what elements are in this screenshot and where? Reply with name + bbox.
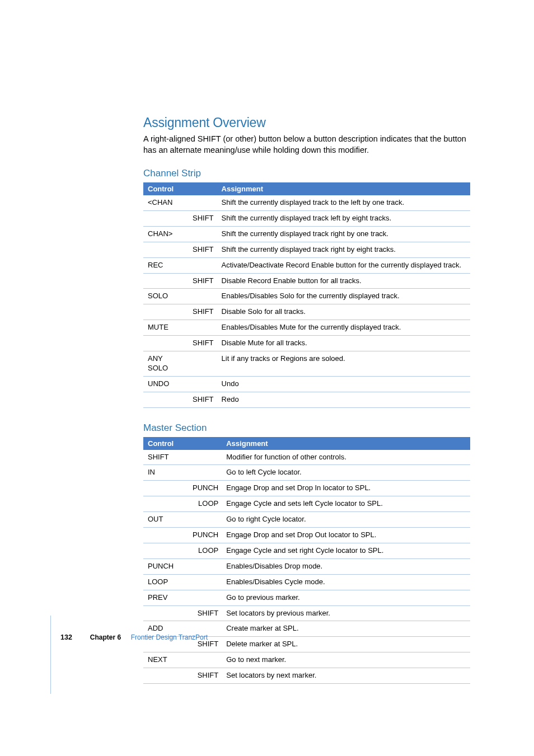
modifier-cell [188,320,217,336]
control-cell [143,392,188,407]
assignment-cell: Enables/Disables Drop mode. [222,558,470,574]
control-cell [143,668,188,684]
assignment-cell: Activate/Deactivate Record Enable button… [217,257,470,273]
modifier-cell: SHIFT [188,336,217,351]
table-row: PREVGo to previous marker. [143,590,470,605]
chapter-number: Chapter 6 [90,633,121,641]
assignment-cell: Go to next marker. [222,652,470,668]
table-row: SHIFTModifier for function of other cont… [143,450,470,465]
assignment-cell: Shift the currently displayed track left… [217,211,470,227]
chapter-title: Frontier Design TranzPort [131,633,208,641]
control-cell: PUNCH [143,558,188,574]
modifier-cell [188,465,222,481]
modifier-cell: SHIFT [188,273,217,289]
assignment-cell: Engage Drop and set Drop Out locator to … [222,528,470,543]
modifier-cell: SHIFT [188,392,217,407]
modifier-cell: LOOP [188,496,222,512]
control-cell [143,496,188,512]
table-row: SOLOEnables/Disables Solo for the curren… [143,289,470,304]
control-cell [143,242,188,257]
table-row: PUNCHEngage Drop and set Drop Out locato… [143,528,470,543]
assignment-cell: Go to previous marker. [222,590,470,605]
intro-text: A right-aligned SHIFT (or other) button … [143,134,470,156]
assignment-cell: Undo [217,376,470,392]
table-row: ANY SOLOLit if any tracks or Regions are… [143,351,470,377]
modifier-cell: LOOP [188,543,222,558]
table-row: RECActivate/Deactivate Record Enable but… [143,257,470,273]
modifier-cell [188,376,217,392]
modifier-cell: SHIFT [188,242,217,257]
table-row: SHIFTRedo [143,392,470,407]
table-row: MUTEEnables/Disables Mute for the curren… [143,320,470,336]
table-row: UNDOUndo [143,376,470,392]
modifier-cell [188,512,222,528]
modifier-cell: SHIFT [188,605,222,621]
footer: 132 Chapter 6 Frontier Design TranzPort [60,633,208,641]
channel-strip-tbody: <CHANShift the currently displayed track… [143,195,470,407]
table-header-control: Control [143,182,217,195]
table-row: NEXTGo to next marker. [143,652,470,668]
table-row: SHIFTDisable Record Enable button for al… [143,273,470,289]
assignment-cell: Disable Record Enable button for all tra… [217,273,470,289]
assignment-cell: Disable Solo for all tracks. [217,304,470,320]
assignment-cell: Create marker at SPL. [222,621,470,637]
modifier-cell [188,652,222,668]
table-row: SHIFTDisable Mute for all tracks. [143,336,470,351]
table-row: INGo to left Cycle locator. [143,465,470,481]
control-cell: MUTE [143,320,188,336]
control-cell [143,273,188,289]
assignment-cell: Go to left Cycle locator. [222,465,470,481]
control-cell [143,211,188,227]
control-cell: NEXT [143,652,188,668]
control-cell: REC [143,257,188,273]
page-number: 132 [60,633,72,641]
control-cell: <CHAN [143,195,188,210]
assignment-cell: Enables/Disables Solo for the currently … [217,289,470,304]
master-section-heading: Master Section [143,422,470,434]
control-cell: ANY SOLO [143,351,188,377]
modifier-cell [188,558,222,574]
assignment-cell: Redo [217,392,470,407]
modifier-cell [188,226,217,242]
channel-strip-table: Control Assignment <CHANShift the curren… [143,182,470,407]
master-section-tbody: SHIFTModifier for function of other cont… [143,450,470,684]
table-row: LOOPEngage Cycle and set right Cycle loc… [143,543,470,558]
modifier-cell: SHIFT [188,668,222,684]
control-cell: CHAN> [143,226,188,242]
channel-strip-heading: Channel Strip [143,168,470,179]
assignment-cell: Shift the currently displayed track righ… [217,226,470,242]
assignment-cell: Set locators by next marker. [222,668,470,684]
assignment-cell: Go to right Cycle locator. [222,512,470,528]
main-heading: Assignment Overview [143,115,470,130]
assignment-cell: Shift the currently displayed track righ… [217,242,470,257]
control-cell: PREV [143,590,188,605]
table-row: SHIFTShift the currently displayed track… [143,211,470,227]
control-cell: IN [143,465,188,481]
control-cell [143,481,188,496]
control-cell: UNDO [143,376,188,392]
assignment-cell: Engage Drop and set Drop In locator to S… [222,481,470,496]
control-cell [143,304,188,320]
control-cell: OUT [143,512,188,528]
control-cell [143,336,188,351]
modifier-cell [188,574,222,590]
modifier-cell [188,257,217,273]
modifier-cell: PUNCH [188,481,222,496]
table-row: SHIFTSet locators by previous marker. [143,605,470,621]
table-header-assignment: Assignment [222,437,470,450]
table-row: PUNCHEngage Drop and set Drop In locator… [143,481,470,496]
modifier-cell [188,450,222,465]
modifier-cell: PUNCH [188,528,222,543]
control-cell [143,543,188,558]
table-row: PUNCHEnables/Disables Drop mode. [143,558,470,574]
assignment-cell: Delete marker at SPL. [222,637,470,652]
table-row: CHAN>Shift the currently displayed track… [143,226,470,242]
control-cell [143,528,188,543]
control-cell: SOLO [143,289,188,304]
table-row: LOOPEnables/Disables Cycle mode. [143,574,470,590]
table-row: SHIFTDisable Solo for all tracks. [143,304,470,320]
master-section-table: Control Assignment SHIFTModifier for fun… [143,437,470,684]
assignment-cell: Disable Mute for all tracks. [217,336,470,351]
left-margin-rule [50,616,51,694]
table-row: SHIFTShift the currently displayed track… [143,242,470,257]
